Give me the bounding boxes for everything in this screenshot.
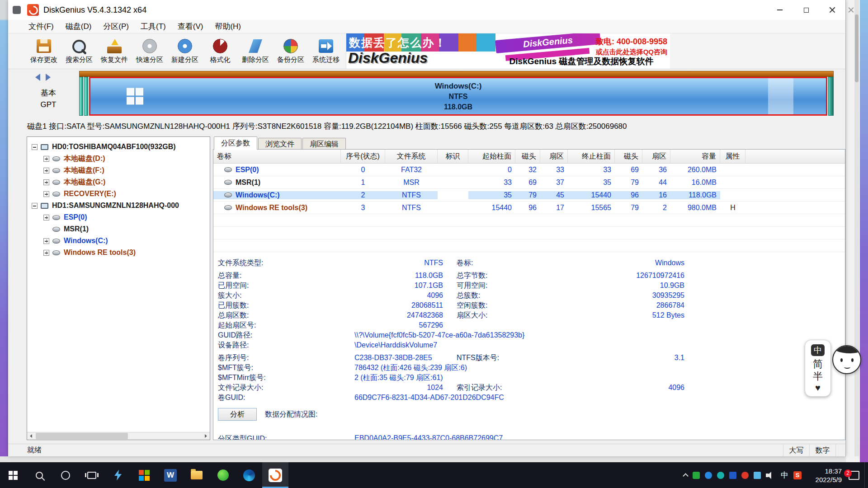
tree-item-hd0[interactable]: HD0:TOSHIBAMQ04ABF100(932GB) <box>27 141 210 153</box>
taskbar-app-explorer[interactable] <box>184 462 210 488</box>
tree-item-local-g[interactable]: 本地磁盘(G:) <box>27 176 210 188</box>
format-button[interactable]: 格式化 <box>203 33 238 69</box>
notification-center-icon[interactable]: 2 <box>849 471 859 480</box>
table-row-msr[interactable]: MSR(1) 1 MSR 33 69 37 35 79 44 16.0MB <box>213 176 845 189</box>
col-attr[interactable]: 属性 <box>720 150 745 163</box>
tab-partition-params[interactable]: 分区参数 <box>214 136 257 150</box>
expand-icon[interactable] <box>43 250 49 256</box>
tab-browse-files[interactable]: 浏览文件 <box>258 138 302 150</box>
cortana-button[interactable] <box>52 462 79 488</box>
close-button[interactable] <box>819 0 845 20</box>
col-flag[interactable]: 标识 <box>438 150 468 163</box>
tray-icon-6[interactable] <box>754 472 761 479</box>
tree-horizontal-scrollbar[interactable] <box>27 432 210 440</box>
search-partition-button[interactable]: 搜索分区 <box>61 33 97 69</box>
expand-icon[interactable] <box>43 168 49 174</box>
col-volume[interactable]: 卷标 <box>213 150 341 163</box>
tray-icon-2[interactable] <box>705 472 712 479</box>
tree-item-recovery-e[interactable]: RECOVERY(E:) <box>27 188 210 200</box>
col-head1[interactable]: 磁头 <box>515 150 540 163</box>
tab-sector-edit[interactable]: 扇区编辑 <box>302 138 346 150</box>
taskbar-search-button[interactable] <box>26 462 52 488</box>
col-end-cyl[interactable]: 终止柱面 <box>568 150 615 163</box>
next-disk-icon[interactable] <box>46 74 51 81</box>
tray-icon-5[interactable] <box>741 472 749 479</box>
background-scrollbar-thumb[interactable] <box>855 14 859 82</box>
collapse-icon[interactable] <box>32 144 38 150</box>
tree-item-msr[interactable]: MSR(1) <box>27 223 210 235</box>
sogou-icon[interactable] <box>793 471 802 479</box>
tree-item-local-d[interactable]: 本地磁盘(D:) <box>27 153 210 164</box>
expand-icon[interactable] <box>43 179 49 185</box>
col-index[interactable]: 序号(状态) <box>341 150 385 163</box>
ime-indicator[interactable]: 中 <box>781 470 788 480</box>
maximize-button[interactable] <box>793 0 819 20</box>
menu-partition[interactable]: 分区(P) <box>97 20 135 33</box>
col-filesystem[interactable]: 文件系统 <box>385 150 438 163</box>
tray-icon-4[interactable] <box>729 472 736 479</box>
tray-expand-icon[interactable] <box>683 473 689 479</box>
partition-esp-sliver[interactable] <box>79 77 83 116</box>
taskbar-clock[interactable]: 18:37 2022/5/9 <box>807 467 842 484</box>
system-migrate-button[interactable]: 系统迁移 <box>308 33 344 69</box>
table-row-esp[interactable]: ESP(0) 0 FAT32 0 32 33 33 69 36 260.0MB <box>213 164 845 176</box>
heart-icon[interactable]: ♥ <box>805 382 830 393</box>
menu-tools[interactable]: 工具(T) <box>135 20 172 33</box>
taskbar-app-store[interactable] <box>131 462 157 488</box>
taskbar-app-green[interactable] <box>210 462 236 488</box>
scroll-left-icon[interactable] <box>27 432 35 440</box>
tree-item-hd1[interactable]: HD1:SAMSUNGMZNLN128HAHQ-000 <box>27 200 210 211</box>
ime-floating-widget[interactable]: 中 简 半 ♥ <box>805 340 861 397</box>
col-head2[interactable]: 磁头 <box>615 150 642 163</box>
delete-partition-button[interactable]: 删除分区 <box>238 33 273 69</box>
partition-re-sliver[interactable] <box>828 77 834 116</box>
collapse-icon[interactable] <box>32 203 38 209</box>
partition-windows-c[interactable]: Windows(C:) NTFS 118.0GB <box>89 77 827 116</box>
new-partition-button[interactable]: 新建分区 <box>167 33 203 69</box>
table-row-windows-c[interactable]: Windows(C:) 2 NTFS 35 79 45 15440 96 16 … <box>213 189 845 202</box>
col-sector2[interactable]: 扇区 <box>642 150 670 163</box>
tree-item-windows-re[interactable]: Windows RE tools(3) <box>27 247 210 258</box>
volume-icon[interactable] <box>766 472 776 479</box>
table-row-windows-re[interactable]: Windows RE tools(3) 3 NTFS 15440 96 17 1… <box>213 202 845 214</box>
disk-header-strip[interactable] <box>79 71 834 77</box>
menu-view[interactable]: 查看(V) <box>172 20 209 33</box>
recover-files-button[interactable]: 恢复文件 <box>97 33 132 69</box>
tray-icon-1[interactable] <box>693 472 700 479</box>
expand-icon[interactable] <box>43 215 49 221</box>
task-view-button[interactable] <box>79 462 105 488</box>
taskbar-app-flash[interactable] <box>105 462 131 488</box>
taskbar-app-word[interactable] <box>157 462 184 488</box>
partition-msr-sliver[interactable] <box>84 77 88 116</box>
save-changes-button[interactable]: 保存更改 <box>26 33 61 69</box>
tree-item-esp[interactable]: ESP(0) <box>27 211 210 223</box>
ime-mode-simplified[interactable]: 简 <box>805 358 830 370</box>
menu-disk[interactable]: 磁盘(D) <box>60 20 98 33</box>
start-button[interactable] <box>0 462 26 488</box>
scrollbar-thumb[interactable] <box>36 433 128 439</box>
ime-mode-chinese[interactable]: 中 <box>811 344 825 356</box>
scroll-right-icon[interactable] <box>202 432 210 440</box>
expand-icon[interactable] <box>43 191 49 197</box>
prev-disk-icon[interactable] <box>35 74 40 81</box>
tree-item-local-f[interactable]: 本地磁盘(F:) <box>27 164 210 176</box>
expand-icon[interactable] <box>43 238 49 244</box>
tree-item-windows-c[interactable]: Windows(C:) <box>27 235 210 247</box>
minimize-button[interactable] <box>767 0 793 20</box>
col-start-cyl[interactable]: 起始柱面 <box>468 150 515 163</box>
ime-mascot-face[interactable] <box>832 345 861 374</box>
col-sector1[interactable]: 扇区 <box>540 150 568 163</box>
tray-icon-3[interactable] <box>717 472 724 479</box>
backup-partition-button[interactable]: 备份分区 <box>273 33 308 69</box>
scrollbar-track[interactable] <box>35 432 202 440</box>
menu-help[interactable]: 帮助(H) <box>209 20 247 33</box>
taskbar-app-diskgenius[interactable] <box>262 462 288 488</box>
menu-file[interactable]: 文件(F) <box>23 20 60 33</box>
analyze-button[interactable]: 分析 <box>218 408 257 421</box>
ime-status-pill[interactable]: 中 简 半 ♥ <box>805 340 831 397</box>
expand-icon[interactable] <box>43 156 49 162</box>
quick-partition-button[interactable]: 快速分区 <box>132 33 167 69</box>
show-desktop-button[interactable] <box>864 462 867 488</box>
ad-banner[interactable]: 数据丢了怎么办！ DiskGenius DiskGenius 致电: 400-0… <box>346 33 670 69</box>
ime-mode-halfwidth[interactable]: 半 <box>805 370 830 382</box>
